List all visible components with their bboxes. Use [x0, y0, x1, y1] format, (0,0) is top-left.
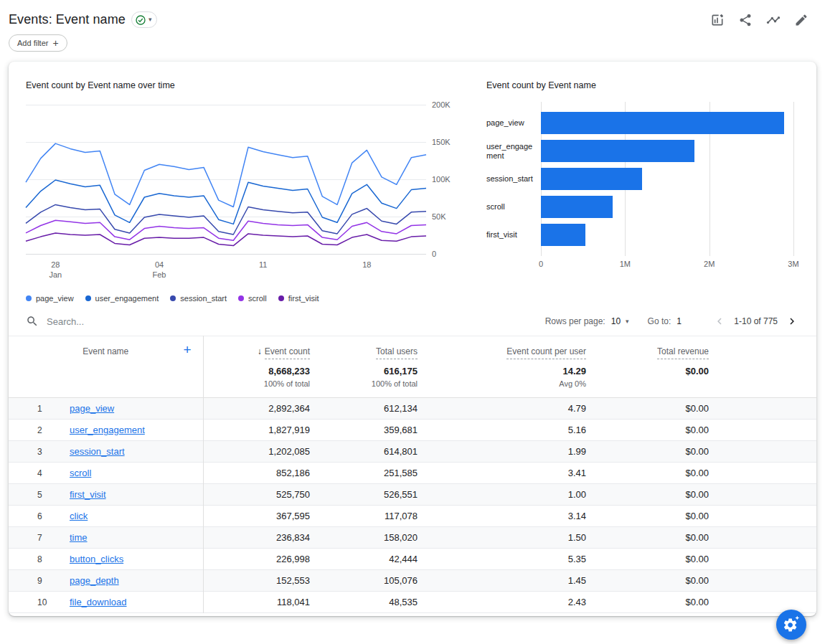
insights-icon	[766, 13, 781, 27]
per-user-cell: 1.45	[418, 570, 586, 592]
y-tick-label: 0	[432, 250, 436, 258]
customize-chart-icon	[710, 13, 725, 27]
event-count-cell: 118,041	[203, 592, 310, 613]
x-tick-label: 18	[362, 260, 371, 270]
comparison-badge[interactable]: ▾	[131, 11, 158, 28]
event-name-link[interactable]: session_start	[70, 446, 125, 457]
y-gridline	[26, 254, 426, 255]
bar-category-label: scroll	[486, 193, 541, 221]
event-name-cell: click	[60, 506, 203, 527]
total-revenue: $0.00	[586, 366, 709, 377]
x-tick-label: 3M	[788, 260, 798, 268]
column-header-total-users[interactable]: Total users	[376, 346, 418, 359]
bar-chart-plot	[541, 102, 793, 256]
event-name-link[interactable]: file_download	[70, 597, 127, 607]
x-tick-label: 2M	[704, 260, 715, 268]
event-count-cell: 852,186	[203, 463, 310, 484]
event-count-cell: 236,834	[203, 527, 310, 549]
event-name-cell: file_download	[60, 592, 203, 613]
row-index: 3	[9, 441, 60, 463]
bar-row	[541, 137, 793, 165]
next-page-button[interactable]	[785, 314, 799, 328]
row-index: 5	[9, 484, 60, 506]
event-name-link[interactable]: page_depth	[70, 575, 119, 586]
plus-icon: +	[52, 38, 58, 48]
insights-button[interactable]	[765, 12, 781, 28]
column-header-event-count-per-user[interactable]: Event count per user	[506, 346, 586, 359]
prev-page-button[interactable]	[712, 314, 727, 328]
event-name-cell: session_start	[60, 441, 203, 463]
event-name-cell: page_view	[60, 398, 203, 420]
line-chart-series	[26, 105, 426, 254]
chevron-down-icon: ▾	[148, 16, 152, 23]
bar-category-label: session_start	[486, 165, 541, 193]
column-header-event-count[interactable]: Event count	[265, 346, 310, 359]
title-group: Events: Event name ▾	[9, 11, 157, 28]
legend-dot	[26, 295, 32, 301]
event-name-link[interactable]: user_engagement	[70, 425, 145, 435]
event-name-link[interactable]: first_visit	[70, 489, 106, 500]
event-name-cell: page_depth	[60, 570, 203, 592]
row-spacer	[709, 570, 816, 592]
total-users-cell: 105,076	[310, 570, 418, 592]
report-header: Events: Event name ▾	[0, 0, 825, 28]
event-name-cell: user_engagement	[60, 420, 203, 441]
event-count-cell: 2,892,364	[203, 398, 310, 420]
bar-row	[541, 165, 793, 193]
settings-fab[interactable]	[776, 610, 806, 640]
column-header-event-name[interactable]: Event name	[82, 346, 128, 356]
legend-label: first_visit	[288, 294, 319, 303]
event-name-link[interactable]: time	[70, 532, 88, 543]
event-name-link[interactable]: click	[70, 511, 88, 521]
table-row: 5first_visit525,750526,5511.00$0.00	[9, 484, 816, 506]
total-per-user-sub: Avg 0%	[418, 379, 586, 388]
row-spacer	[709, 398, 816, 420]
revenue-cell: $0.00	[586, 527, 709, 549]
per-user-cell: 2.43	[418, 592, 586, 613]
row-spacer	[709, 592, 816, 613]
event-name-link[interactable]: button_clicks	[70, 554, 123, 564]
event-name-link[interactable]: page_view	[70, 403, 114, 414]
y-tick-label: 100K	[432, 175, 451, 184]
add-filter-button[interactable]: Add filter +	[9, 34, 67, 52]
search-input[interactable]	[47, 316, 276, 327]
total-users-cell: 612,134	[310, 398, 418, 420]
pagination-range: 1-10 of 775	[734, 316, 778, 326]
rows-per-page-select[interactable]: 10 ▾	[611, 316, 629, 326]
page-title: Events: Event name	[9, 12, 126, 27]
legend-item-first_visit: first_visit	[278, 294, 319, 303]
revenue-cell: $0.00	[586, 463, 709, 484]
per-user-cell: 3.14	[418, 506, 586, 527]
row-index: 6	[9, 506, 60, 527]
table-toolbar: Rows per page: 10 ▾ Go to: 1-10 of 775	[9, 306, 816, 336]
event-name-link[interactable]: scroll	[70, 468, 91, 478]
revenue-cell: $0.00	[586, 441, 709, 463]
table-row: 4scroll852,186251,5853.41$0.00	[9, 463, 816, 484]
share-button[interactable]	[737, 12, 753, 28]
goto-page-input[interactable]	[676, 316, 698, 326]
bar-category-label: page_view	[486, 109, 541, 137]
total-users-cell: 526,551	[310, 484, 418, 506]
column-header-total-revenue[interactable]: Total revenue	[657, 346, 709, 359]
total-users-cell: 42,444	[310, 549, 418, 570]
row-index: 8	[9, 549, 60, 570]
customize-chart-button[interactable]	[710, 12, 725, 28]
row-index: 10	[9, 592, 60, 613]
table-row: 8button_clicks226,99842,4445.35$0.00	[9, 549, 816, 570]
edit-report-button[interactable]	[793, 12, 809, 28]
table-row: 9page_depth152,553105,0761.45$0.00	[9, 570, 816, 592]
charts-row: Event count by Event name over time 200K…	[9, 62, 816, 283]
event-name-cell: button_clicks	[60, 549, 203, 570]
search-box[interactable]	[26, 315, 545, 328]
revenue-cell: $0.00	[586, 420, 709, 441]
legend-label: user_engagement	[95, 294, 159, 303]
row-spacer	[709, 549, 816, 570]
y-tick-label: 50K	[432, 212, 446, 221]
add-dimension-button[interactable]: +	[183, 343, 191, 356]
row-spacer	[709, 484, 816, 506]
row-index: 9	[9, 570, 60, 592]
legend-label: scroll	[248, 294, 267, 303]
bar-row	[541, 109, 793, 137]
row-spacer	[709, 463, 816, 484]
per-user-cell: 1.99	[418, 441, 586, 463]
